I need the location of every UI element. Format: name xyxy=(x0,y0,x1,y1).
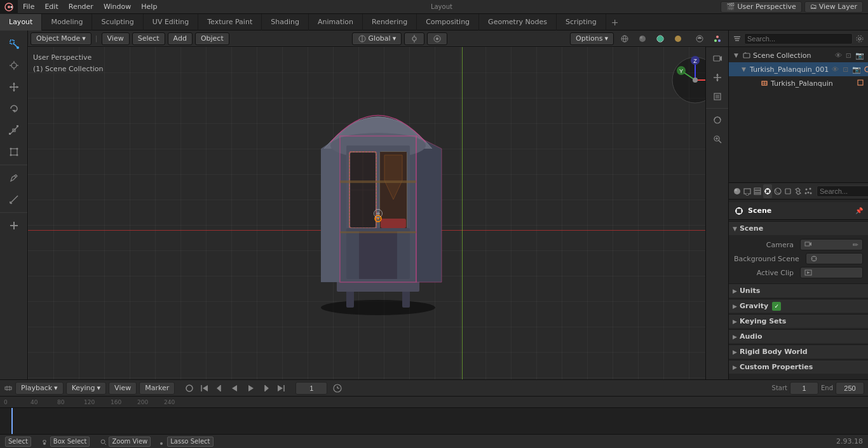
view-layer-dropdown[interactable]: 🗂 View Layer xyxy=(804,1,863,13)
svg-rect-3 xyxy=(10,40,14,44)
proportional-toggle[interactable] xyxy=(427,32,447,45)
props-search-input[interactable] xyxy=(817,186,868,197)
vp-tool-camera[interactable] xyxy=(709,50,726,67)
menu-help[interactable]: Help xyxy=(136,0,162,14)
tool-cursor[interactable] xyxy=(3,55,25,76)
palanquin-001-render-btn[interactable]: 📷 xyxy=(851,65,862,74)
tab-sculpting[interactable]: Sculpting xyxy=(92,14,143,31)
tab-geometry-nodes[interactable]: Geometry Nodes xyxy=(479,14,557,31)
play-forward-btn[interactable] xyxy=(243,381,257,395)
shading-solid[interactable] xyxy=(634,32,651,46)
tab-compositing[interactable]: Compositing xyxy=(417,14,479,31)
rigid-body-arrow: ▶ xyxy=(733,349,737,355)
rigid-body-header[interactable]: ▶ Rigid Body World xyxy=(729,344,868,358)
audio-section-header[interactable]: ▶ Audio xyxy=(729,329,868,343)
object-mode-dropdown[interactable]: Object Mode ▾ xyxy=(31,32,92,45)
props-tab-output[interactable] xyxy=(743,184,752,198)
gravity-checkbox[interactable]: ✓ xyxy=(772,302,781,311)
tool-measure[interactable] xyxy=(3,189,25,210)
3d-viewport[interactable]: User Perspective (1) Scene Collection xyxy=(28,47,728,379)
shading-material[interactable] xyxy=(652,32,668,46)
tab-scripting[interactable]: Scripting xyxy=(557,14,606,31)
props-tab-world[interactable] xyxy=(773,184,782,198)
active-clip-value[interactable] xyxy=(800,267,863,278)
tool-move[interactable] xyxy=(3,77,25,97)
props-tab-object[interactable] xyxy=(783,184,792,198)
menu-edit[interactable]: Edit xyxy=(39,0,63,14)
timeline-bar-area[interactable] xyxy=(0,408,868,434)
bg-scene-value[interactable] xyxy=(806,253,863,264)
keying-menu-btn[interactable]: Keying ▾ xyxy=(66,382,106,395)
camera-eyedropper[interactable]: ✏ xyxy=(853,241,858,249)
shading-rendered[interactable] xyxy=(670,32,686,46)
props-tab-scene[interactable] xyxy=(763,184,772,198)
select-menu-btn[interactable]: Select xyxy=(132,32,165,45)
tab-uv-editing[interactable]: UV Editing xyxy=(144,14,198,31)
step-forward-btn[interactable] xyxy=(259,381,273,395)
palanquin-object[interactable] xyxy=(289,53,467,320)
vp-tool-pan[interactable] xyxy=(709,69,726,86)
menu-window[interactable]: Window xyxy=(98,0,136,14)
vp-tool-zoom[interactable] xyxy=(709,130,726,148)
props-tab-view-layer[interactable] xyxy=(753,184,762,198)
tab-texture-paint[interactable]: Texture Paint xyxy=(198,14,262,31)
play-back-btn[interactable] xyxy=(228,381,242,395)
menu-render[interactable]: Render xyxy=(64,0,98,14)
tab-rendering[interactable]: Rendering xyxy=(363,14,417,31)
tab-modeling[interactable]: Modeling xyxy=(42,14,92,31)
playback-menu-btn[interactable]: Playback ▾ xyxy=(15,382,64,395)
palanquin-001-view-btn[interactable]: 👁 xyxy=(831,65,840,74)
units-section-header[interactable]: ▶ Units xyxy=(729,283,868,297)
tool-add[interactable] xyxy=(3,215,25,236)
outliner-item-palanquin[interactable]: ▶ Turkish_Palanquin xyxy=(729,76,868,90)
custom-props-header[interactable]: ▶ Custom Properties xyxy=(729,360,868,374)
jump-to-end-btn[interactable] xyxy=(274,381,288,395)
view-menu-btn[interactable]: View xyxy=(102,32,130,45)
scene-section-header[interactable]: ▼ Scene xyxy=(729,221,868,235)
object-menu-btn[interactable]: Object xyxy=(195,32,229,45)
end-frame-input[interactable] xyxy=(836,382,864,395)
tool-scale[interactable] xyxy=(3,120,25,140)
outliner-item-palanquin-001[interactable]: ▼ Turkish_Palanquin_001 👁 ⊡ 📷 xyxy=(729,62,868,76)
restrict-render-btn[interactable]: 📷 xyxy=(854,51,865,60)
keying-sets-header[interactable]: ▶ Keying Sets xyxy=(729,314,868,328)
restrict-select-btn[interactable]: ⊡ xyxy=(844,51,853,60)
start-frame-input[interactable] xyxy=(790,382,818,395)
tab-shading[interactable]: Shading xyxy=(262,14,309,31)
gravity-section-header[interactable]: ▶ Gravity ✓ xyxy=(729,299,868,313)
outliner-settings-icon[interactable] xyxy=(855,34,864,43)
view-menu-btn-timeline[interactable]: View xyxy=(109,382,137,395)
scene-dropdown[interactable]: 🎬 User Perspective xyxy=(721,1,801,13)
outliner-search-input[interactable] xyxy=(744,33,853,44)
gizmos-toggle[interactable] xyxy=(709,32,726,46)
props-tab-render[interactable] xyxy=(733,184,742,198)
props-tab-particles[interactable] xyxy=(804,184,813,198)
shading-wireframe[interactable] xyxy=(616,32,633,46)
menu-file[interactable]: File xyxy=(18,0,39,14)
camera-value[interactable]: ✏ xyxy=(800,239,863,250)
tab-layout[interactable]: Layout xyxy=(0,14,42,31)
tool-transform[interactable] xyxy=(3,142,25,162)
tool-select[interactable] xyxy=(3,34,25,54)
add-menu-btn[interactable]: Add xyxy=(168,32,193,45)
step-back-btn[interactable] xyxy=(213,381,227,395)
restrict-view-btn[interactable]: 👁 xyxy=(834,51,843,60)
props-pin-icon[interactable]: 📌 xyxy=(855,207,863,214)
snap-toggle[interactable] xyxy=(404,32,424,45)
vp-tool-render-region[interactable] xyxy=(709,88,726,105)
add-workspace-button[interactable]: + xyxy=(606,17,624,27)
overlays-toggle[interactable] xyxy=(691,32,708,46)
vp-tool-orbit[interactable] xyxy=(709,111,726,129)
tool-rotate[interactable] xyxy=(3,98,25,119)
tool-annotate[interactable] xyxy=(3,168,25,188)
tab-animation[interactable]: Animation xyxy=(309,14,363,31)
options-btn[interactable]: Options ▾ xyxy=(570,32,614,45)
record-btn[interactable] xyxy=(182,381,196,395)
outliner-item-scene-collection[interactable]: ▼ Scene Collection 👁 ⊡ 📷 xyxy=(729,48,868,62)
transform-dropdown[interactable]: Global ▾ xyxy=(352,32,402,45)
marker-menu-btn[interactable]: Marker xyxy=(139,382,175,395)
current-frame-input[interactable] xyxy=(295,382,327,395)
props-tab-modifier[interactable] xyxy=(794,184,803,198)
palanquin-001-select-btn[interactable]: ⊡ xyxy=(841,65,850,74)
jump-to-start-btn[interactable] xyxy=(198,381,212,395)
